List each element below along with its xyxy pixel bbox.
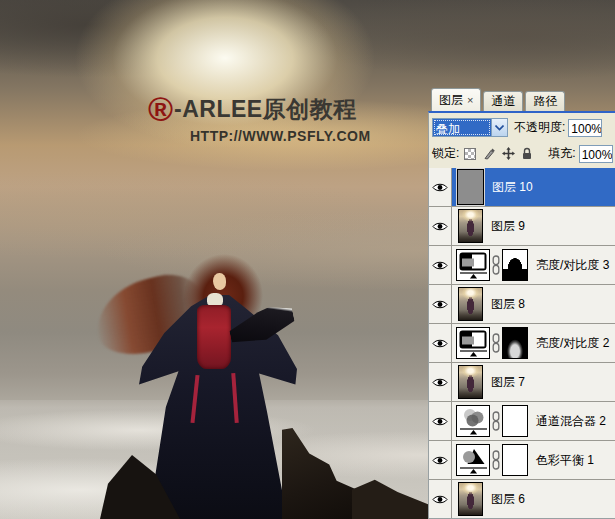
eye-icon	[432, 416, 448, 427]
link-icon[interactable]	[490, 255, 502, 275]
fill-field[interactable]: 100%	[579, 145, 613, 163]
layer-thumbnail[interactable]	[457, 169, 484, 205]
eye-icon	[432, 299, 448, 310]
link-icon	[492, 450, 500, 470]
layer-thumbnail[interactable]	[458, 365, 483, 399]
panel-tabs: 图层 × 通道 路径	[428, 88, 615, 111]
tab-layers[interactable]: 图层 ×	[431, 88, 481, 111]
layer-name[interactable]: 亮度/对比度 3	[536, 257, 609, 274]
layer-name[interactable]: 通道混合器 2	[536, 413, 606, 430]
eye-icon	[432, 260, 448, 271]
layer-row[interactable]: 通道混合器 2	[429, 402, 615, 441]
visibility-toggle[interactable]	[429, 480, 452, 518]
visibility-toggle[interactable]	[429, 246, 452, 284]
lock-icons	[463, 147, 534, 161]
layer-mask-thumbnail[interactable]	[502, 327, 528, 359]
visibility-toggle[interactable]	[429, 324, 452, 362]
layer-name[interactable]: 图层 7	[491, 374, 525, 391]
eye-icon	[432, 182, 448, 193]
lock-position-icon[interactable]	[501, 147, 515, 161]
registered-mark-icon: ®	[148, 92, 173, 126]
link-icon[interactable]	[490, 450, 502, 470]
watermark-url: HTTP://WWW.PSFLY.COM	[190, 129, 371, 143]
watermark: ® -ARLEE原创教程 HTTP://WWW.PSFLY.COM	[148, 92, 371, 143]
layer-thumbnail[interactable]	[458, 482, 483, 516]
lock-transparent-pixels-icon[interactable]	[463, 147, 477, 161]
blend-mode-select[interactable]: 叠加	[432, 118, 508, 137]
layer-name[interactable]: 色彩平衡 1	[536, 452, 594, 469]
opacity-label: 不透明度:	[514, 119, 565, 136]
link-icon	[492, 255, 500, 275]
link-icon[interactable]	[490, 411, 502, 431]
layer-mask-thumbnail[interactable]	[502, 249, 528, 281]
layer-row[interactable]: 图层 9	[429, 207, 615, 246]
layer-row[interactable]: 亮度/对比度 2	[429, 324, 615, 363]
layer-row[interactable]: 图层 8	[429, 285, 615, 324]
lock-label: 锁定:	[432, 145, 459, 162]
visibility-toggle[interactable]	[429, 207, 452, 245]
visibility-toggle[interactable]	[429, 285, 452, 323]
visibility-toggle[interactable]	[429, 441, 452, 479]
opacity-field[interactable]: 100%	[568, 119, 602, 137]
lock-image-pixels-icon[interactable]	[482, 147, 496, 161]
photoshop-workspace: ® -ARLEE原创教程 HTTP://WWW.PSFLY.COM 图层 × 通…	[0, 0, 615, 519]
face	[213, 273, 226, 290]
eye-icon	[432, 221, 448, 232]
layers-panel: 图层 × 通道 路径 叠加 不透明度: 100%	[428, 88, 615, 519]
color-balance-thumbnail[interactable]	[456, 444, 490, 476]
link-icon	[492, 411, 500, 431]
corset	[197, 305, 231, 369]
layer-thumbnail[interactable]	[458, 287, 483, 321]
tab-layers-label: 图层	[439, 92, 463, 109]
layer-row[interactable]: 色彩平衡 1	[429, 441, 615, 480]
lock-row: 锁定: 填充: 100%	[429, 141, 615, 166]
layer-name[interactable]: 图层 8	[491, 296, 525, 313]
blend-mode-value: 叠加	[433, 119, 491, 136]
layer-name[interactable]: 图层 10	[492, 179, 533, 196]
layer-thumbnail[interactable]	[458, 209, 483, 243]
eye-icon	[432, 455, 448, 466]
layer-name[interactable]: 图层 9	[491, 218, 525, 235]
watermark-brand: -ARLEE原创教程	[174, 98, 357, 121]
channel-mixer-thumbnail[interactable]	[456, 405, 490, 437]
layer-row[interactable]: 图层 7	[429, 363, 615, 402]
layer-row[interactable]: 亮度/对比度 3	[429, 246, 615, 285]
layer-mask-thumbnail[interactable]	[502, 405, 528, 437]
blend-mode-row: 叠加 不透明度: 100%	[429, 113, 615, 141]
layer-row[interactable]: 图层 10	[429, 168, 615, 207]
layer-name[interactable]: 亮度/对比度 2	[536, 335, 609, 352]
link-icon[interactable]	[490, 333, 502, 353]
brightness-contrast-thumbnail[interactable]	[456, 249, 490, 281]
tab-channels-label: 通道	[491, 93, 515, 110]
eye-icon	[432, 338, 448, 349]
tab-paths-label: 路径	[533, 93, 557, 110]
eye-icon	[432, 377, 448, 388]
tab-paths[interactable]: 路径	[525, 91, 565, 111]
lock-all-icon[interactable]	[520, 147, 534, 161]
layers-panel-body: 叠加 不透明度: 100% 锁定:	[428, 111, 615, 519]
eye-icon	[432, 494, 448, 505]
visibility-toggle[interactable]	[429, 363, 452, 401]
chevron-down-icon[interactable]	[491, 119, 507, 136]
layer-name[interactable]: 图层 6	[491, 491, 525, 508]
visibility-toggle[interactable]	[429, 168, 452, 206]
layer-mask-thumbnail[interactable]	[502, 444, 528, 476]
brightness-contrast-thumbnail[interactable]	[456, 327, 490, 359]
layer-row[interactable]: 图层 6	[429, 480, 615, 518]
visibility-toggle[interactable]	[429, 402, 452, 440]
close-icon[interactable]: ×	[467, 94, 473, 106]
fill-label: 填充:	[548, 145, 575, 162]
link-icon	[492, 333, 500, 353]
tab-channels[interactable]: 通道	[483, 91, 523, 111]
layer-list: 图层 10图层 9亮度/对比度 3图层 8亮度/对比度 2图层 7通道混合器 2…	[429, 168, 615, 518]
